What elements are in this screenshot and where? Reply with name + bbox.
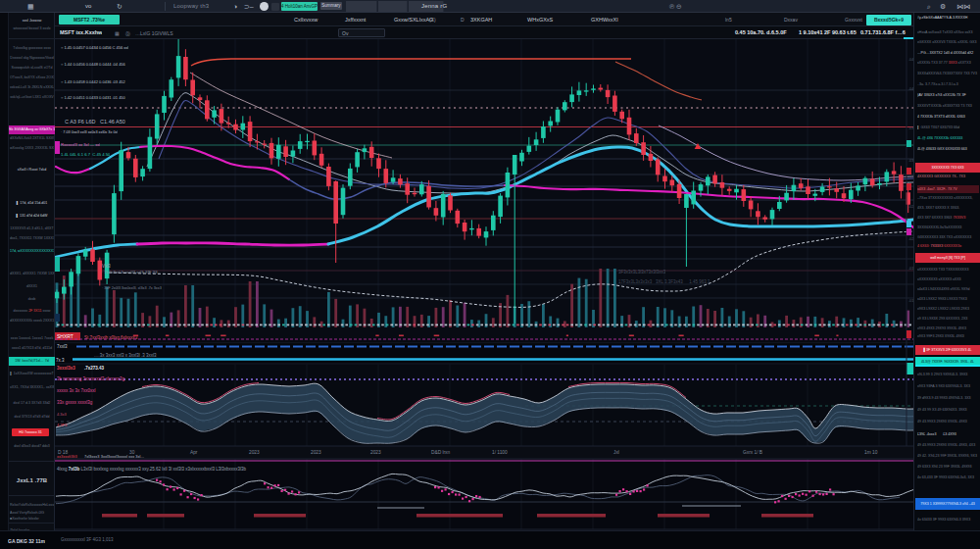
svg-text:.7x273.43: .7x273.43 — [84, 366, 105, 371]
svg-text:4.3F3: 4.3F3 — [57, 423, 68, 427]
svg-text:4lxxg 7xl3b L3xl3l bxxlxxg xxx: 4lxxg 7xl3b L3xl3l bxxlxxg xxxxlxg xxxxx… — [57, 467, 247, 472]
svg-text:.02: .02 — [908, 236, 913, 241]
svg-text:D&D lrxn: D&D lrxn — [431, 450, 451, 455]
svg-text:.01: .01 — [908, 298, 913, 303]
svg-text:2023: 2023 — [249, 450, 260, 455]
svg-text:7xxl3: 7xxl3 — [57, 344, 68, 349]
svg-text:SHXRT: SHXRT — [57, 333, 74, 339]
svg-text:Jxl: Jxl — [613, 450, 619, 455]
svg-text:3k wxxxxxxg 3xxxxxxxl3 xlxxxxx: 3k wxxxxxxg 3xxxxxxxl3 xlxxxxx3g — [57, 376, 125, 381]
svg-text:.03: .03 — [908, 158, 913, 163]
svg-text:xxxxx 3x 3x 7xx0xxl: xxxxx 3x 3x 7xx0xxl — [57, 388, 96, 393]
svg-text:Gxrx 1/ B: Gxrx 1/ B — [743, 450, 762, 455]
svg-text:Apr: Apr — [190, 450, 198, 455]
svg-text:xx3xxxlt3lt3: xx3xxxlt3lt3 — [57, 454, 77, 459]
svg-text:1m 10: 1m 10 — [864, 450, 878, 455]
svg-text:33x gxxxx xxxxl3g: 33x gxxxx xxxxl3g — [57, 400, 93, 405]
svg-text:.01: .01 — [908, 266, 913, 271]
svg-text:3xxxl3x3: 3xxxl3x3 — [57, 366, 75, 371]
svg-text:1/ 1100: 1/ 1100 — [492, 450, 508, 455]
svg-text:.04: .04 — [908, 57, 913, 62]
svg-text:.04: .04 — [908, 86, 913, 91]
svg-text:2023: 2023 — [311, 450, 321, 455]
svg-text:2023: 2023 — [370, 450, 381, 455]
svg-text:7x.3: 7x.3 — [56, 358, 65, 363]
svg-text:.03: .03 — [908, 125, 913, 130]
svg-text:.…3x 3xx3 xxl3 x 3xxl3l .3 3xx: .…3x 3xx3 xxl3 x 3xxl3l .3 3xxl3 — [94, 353, 157, 358]
svg-text:4.3x3: 4.3x3 — [57, 412, 68, 417]
svg-text:7xl3xxx3 3xxl3xxxl3xxxxl xxx 3: 7xl3xxx3 3xxl3xxxl3xxxxl xxx 3xl… — [84, 454, 144, 459]
svg-text:.02: .02 — [908, 204, 913, 209]
